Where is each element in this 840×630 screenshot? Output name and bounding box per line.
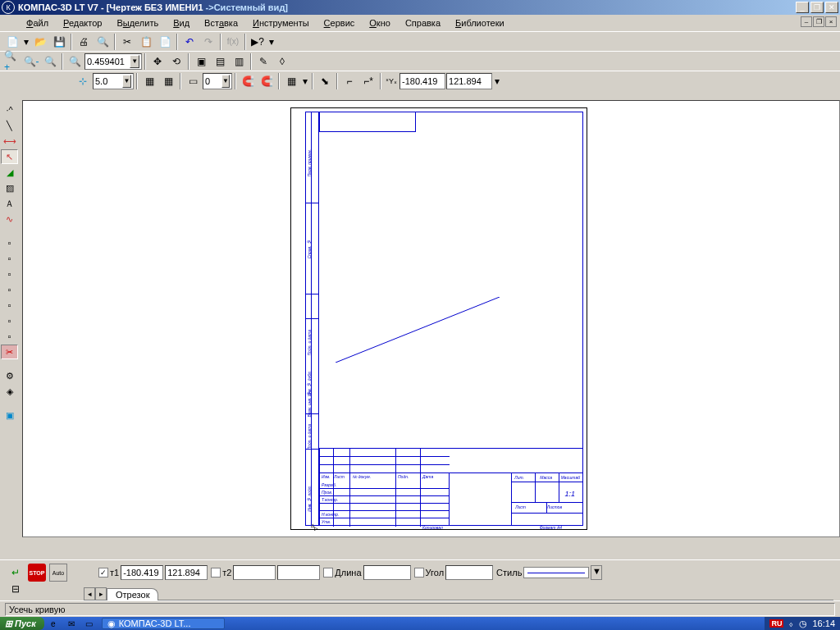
apply-icon[interactable]: ↵ — [7, 564, 25, 582]
grid-icon[interactable]: ▦ — [282, 72, 300, 90]
t1x-input[interactable] — [121, 565, 163, 580]
minimize-button[interactable]: _ — [796, 2, 809, 13]
menu-libs[interactable]: Библиотеки — [449, 16, 511, 30]
pan-icon[interactable]: ✥ — [148, 52, 167, 71]
lang-indicator[interactable]: RU — [769, 619, 783, 628]
start-button[interactable]: ⊞Пуск — [0, 617, 44, 630]
snap-icon[interactable]: ⊹ — [74, 72, 92, 90]
hatch-tool[interactable]: ▨ — [1, 180, 18, 195]
menu-file[interactable]: Файл — [20, 16, 55, 30]
preview-button[interactable]: 🔍 — [94, 33, 112, 51]
zoom-combo[interactable]: ▼ — [84, 53, 142, 70]
ang-input[interactable] — [445, 565, 493, 580]
copy-button[interactable]: 📋 — [137, 33, 155, 51]
tab-segment[interactable]: Отрезок — [107, 588, 158, 600]
ortho-icon[interactable]: ⬊ — [316, 72, 334, 90]
ql-desktop-icon[interactable]: ▭ — [81, 618, 98, 629]
tray-icon[interactable]: ⬨ — [788, 619, 794, 628]
new-dd-button[interactable]: ▾ — [22, 33, 30, 51]
len-input[interactable] — [363, 565, 411, 580]
len-field[interactable]: Длина — [323, 565, 410, 580]
toggle-icon[interactable]: ⊟ — [7, 580, 25, 598]
layer2-icon[interactable]: ▤ — [211, 52, 229, 71]
edit2-icon[interactable]: ◊ — [273, 52, 291, 71]
coord-x[interactable] — [399, 73, 445, 89]
sheet-combo[interactable]: ▼ — [203, 73, 232, 89]
edit-extend[interactable]: ▫ — [1, 329, 18, 344]
linewidth-combo[interactable]: ▼ — [93, 73, 134, 89]
stop-icon[interactable]: STOP — [28, 564, 46, 582]
new-button[interactable]: 📄 — [3, 33, 21, 51]
measure-tool[interactable]: Ａ — [1, 196, 18, 211]
lcs-icon[interactable]: ⌐ — [340, 72, 358, 90]
tray-icon2[interactable]: ◷ — [799, 619, 807, 629]
ang-field[interactable]: Угол — [414, 565, 494, 580]
dropdown-icon[interactable]: ▼ — [122, 75, 131, 88]
zoom-window-icon[interactable]: 🔍 — [41, 52, 59, 71]
canvas[interactable]: Перв. примен. Справ. № Подп. и дата Инв.… — [22, 100, 840, 537]
zoom-scale-icon[interactable]: 🔍 — [66, 52, 84, 71]
menu-select[interactable]: Выделить — [110, 16, 165, 30]
spline-tool[interactable]: ∿ — [1, 212, 18, 226]
edit-move[interactable]: ▫ — [1, 235, 18, 250]
menu-edit[interactable]: Редактор — [57, 16, 108, 30]
layer3-icon[interactable]: ▥ — [230, 52, 248, 71]
magnet-off-icon[interactable]: 🧲 — [258, 72, 276, 90]
sheet-input[interactable] — [205, 76, 221, 86]
edit-rotate[interactable]: ▫ — [1, 251, 18, 266]
line-tool[interactable]: ╲ — [1, 118, 18, 133]
sheet-icon[interactable]: ▭ — [184, 72, 202, 90]
ang-check[interactable] — [414, 568, 424, 578]
menu-help[interactable]: Справка — [399, 16, 447, 30]
t2y-input[interactable] — [277, 565, 320, 580]
zoom-prev-icon[interactable]: ⟲ — [167, 52, 185, 71]
paste-button[interactable]: 📄 — [156, 33, 174, 51]
fx-button[interactable]: f(x) — [224, 33, 242, 51]
t2-check[interactable] — [211, 568, 221, 578]
point-tool[interactable]: ·^ — [1, 103, 18, 117]
close-button[interactable]: ✕ — [825, 2, 838, 13]
ql-oe-icon[interactable]: ✉ — [63, 618, 80, 629]
save-button[interactable]: 💾 — [50, 33, 68, 51]
zoom-in-icon[interactable]: 🔍+ — [3, 52, 21, 71]
lcs2-icon[interactable]: ⌐* — [359, 72, 377, 90]
undo-button[interactable]: ↶ — [180, 33, 199, 51]
coord-dd[interactable]: ▾ — [493, 72, 501, 90]
len-check[interactable] — [323, 568, 333, 578]
menu-tools[interactable]: Инструменты — [246, 16, 316, 30]
text-tool[interactable]: ↖ — [1, 149, 18, 164]
lib-tool[interactable]: ▣ — [1, 408, 18, 422]
menu-window[interactable]: Окно — [363, 16, 397, 30]
t1y-input[interactable] — [165, 565, 208, 580]
edit-array[interactable]: ▫ — [1, 298, 18, 313]
t2-field[interactable]: т2 — [211, 565, 320, 580]
tab-prev[interactable]: ◂ — [84, 587, 95, 600]
style-dd[interactable]: ▼ — [591, 565, 602, 580]
layers2-icon[interactable]: ▦ — [159, 72, 177, 90]
auto-icon[interactable]: Auto — [49, 564, 67, 582]
magnet-on-icon[interactable]: 🧲 — [239, 72, 257, 90]
layer-icon[interactable]: ▣ — [192, 52, 210, 71]
print-button[interactable]: 🖨 — [75, 33, 93, 51]
edit-trim[interactable]: ▫ — [1, 313, 18, 328]
style-preview[interactable] — [523, 567, 589, 578]
t2x-input[interactable] — [233, 565, 276, 580]
edit-icon[interactable]: ✎ — [254, 52, 272, 71]
help-dd[interactable]: ▾ — [267, 33, 276, 51]
construct-tool[interactable]: ◢ — [1, 165, 18, 180]
help-cursor-button[interactable]: ▶? — [249, 33, 267, 51]
redo-button[interactable]: ↷ — [199, 33, 217, 51]
dropdown-icon[interactable]: ▼ — [221, 75, 230, 88]
grid-dd[interactable]: ▾ — [301, 72, 309, 90]
trim-tool[interactable]: ✂ — [1, 345, 18, 359]
menu-service[interactable]: Сервис — [317, 16, 362, 30]
mdi-minimize[interactable]: – — [801, 16, 812, 27]
linewidth-input[interactable] — [95, 76, 122, 86]
mdi-restore[interactable]: ❐ — [813, 16, 824, 27]
tab-next[interactable]: ▸ — [95, 587, 107, 600]
ql-ie-icon[interactable]: e — [45, 618, 62, 629]
zoom-input[interactable] — [87, 57, 130, 66]
t1-field[interactable]: ✓ т1 — [98, 565, 208, 580]
assoc-tool[interactable]: ◈ — [1, 384, 18, 399]
zoom-out-icon[interactable]: 🔍- — [22, 52, 40, 71]
